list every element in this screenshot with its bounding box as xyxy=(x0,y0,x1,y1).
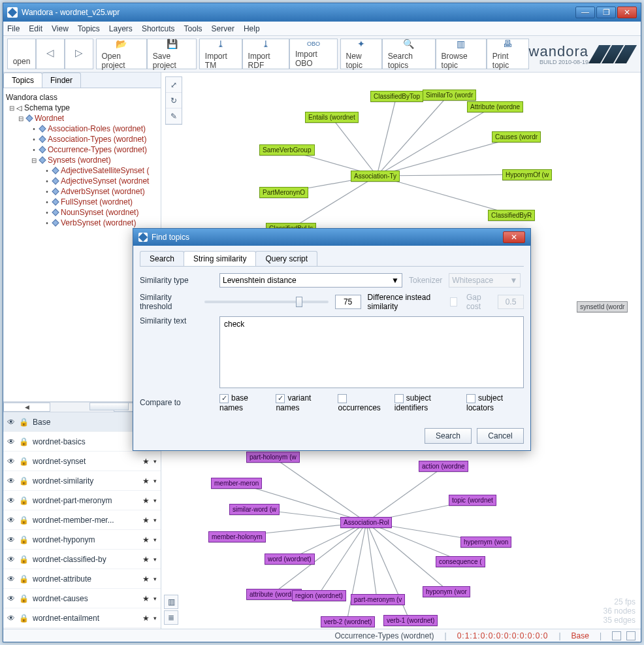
graph-node[interactable]: topic (wordnet xyxy=(449,495,496,506)
menu-server[interactable]: Server xyxy=(212,24,234,33)
tree-assoc-roles[interactable]: Association-Roles (wordnet) xyxy=(48,124,146,133)
compare-option[interactable]: occurrences xyxy=(338,393,385,412)
eye-icon[interactable]: 👁 xyxy=(7,476,15,486)
graph-node[interactable]: action (wordne xyxy=(419,461,468,472)
checkbox[interactable] xyxy=(338,394,347,403)
status-icon-1[interactable] xyxy=(612,631,621,640)
graph-node[interactable]: SameVerbGroup xyxy=(259,144,315,156)
layer-row[interactable]: 👁🔒wordnet-hyponym★▾ xyxy=(3,530,161,550)
tree-noun[interactable]: NounSynset (wordnet) xyxy=(61,208,138,217)
eye-icon[interactable]: 👁 xyxy=(7,418,15,427)
tb-back[interactable]: ◁ xyxy=(36,39,65,69)
menu-file[interactable]: File xyxy=(7,24,20,33)
graph-node[interactable]: verb-2 (wordnet) xyxy=(321,616,375,627)
layer-row[interactable]: 👁🔒wordnet-member-mer...★▾ xyxy=(3,510,161,530)
tree-full[interactable]: FullSynset (wordnet) xyxy=(61,197,133,207)
eye-icon[interactable]: 👁 xyxy=(7,535,15,544)
lock-icon[interactable]: 🔒 xyxy=(19,437,29,446)
lock-icon[interactable]: 🔒 xyxy=(19,516,29,525)
menu-view[interactable]: View xyxy=(52,24,69,33)
lock-icon[interactable]: 🔒 xyxy=(19,614,29,623)
layer-row[interactable]: 👁🔒wordnet-part-meronym★▾ xyxy=(3,491,161,510)
eye-icon[interactable]: 👁 xyxy=(7,437,15,446)
graph-node[interactable]: ClassifiedByTop xyxy=(370,91,423,102)
tree-schema[interactable]: Schema type xyxy=(24,103,70,112)
star-icon[interactable]: ★ xyxy=(142,476,150,486)
layer-menu-icon[interactable]: ▾ xyxy=(153,615,157,621)
menu-layers[interactable]: Layers xyxy=(109,24,133,33)
compare-option[interactable]: subject identifiers xyxy=(394,393,457,412)
lock-icon[interactable]: 🔒 xyxy=(19,594,29,603)
eye-icon[interactable]: 👁 xyxy=(7,574,15,584)
graph-node[interactable]: part-meronym (v xyxy=(351,594,405,605)
hscroll-left[interactable]: ◀ xyxy=(3,403,50,412)
graph-node[interactable]: hypernym (won xyxy=(460,537,511,548)
lock-icon[interactable]: 🔒 xyxy=(19,418,29,427)
graph-node[interactable]: HyponymOf (w xyxy=(502,169,552,180)
slider-threshold[interactable] xyxy=(204,295,329,309)
combo-similarity-type[interactable]: Levenshtein distance ▼ xyxy=(219,273,402,288)
layer-menu-icon[interactable]: ▾ xyxy=(153,497,157,504)
star-icon[interactable]: ★ xyxy=(142,535,150,544)
lock-icon[interactable]: 🔒 xyxy=(19,535,29,544)
graph-center-node[interactable]: Association-Rol xyxy=(340,517,392,528)
graph-node[interactable]: member-holonym xyxy=(208,531,266,542)
minimize-button[interactable]: — xyxy=(575,7,595,18)
lock-icon[interactable]: 🔒 xyxy=(19,476,29,486)
dlg-tab-search[interactable]: Search xyxy=(140,251,184,266)
star-icon[interactable]: ★ xyxy=(142,594,150,603)
dlg-tab-query-script[interactable]: Query script xyxy=(255,251,317,266)
checkbox[interactable] xyxy=(466,394,475,403)
lock-icon[interactable]: 🔒 xyxy=(19,574,29,584)
tb-browse-topic[interactable]: ▥Browse topic xyxy=(436,39,487,69)
dlg-tab-string-similarity[interactable]: String similarity xyxy=(184,251,256,266)
dlg-cancel-button[interactable]: Cancel xyxy=(477,428,524,444)
checkbox[interactable] xyxy=(219,394,229,403)
canvas-corner-btn-1[interactable]: ▥ xyxy=(164,595,178,609)
graph-node[interactable]: consequence ( xyxy=(436,556,485,567)
graph-node[interactable]: word (wordnet) xyxy=(265,554,315,565)
canvas-corner-btn-2[interactable]: ≣ xyxy=(164,610,178,625)
tb-save-project[interactable]: 💾Save project xyxy=(147,39,197,69)
graph-center-node[interactable]: Association-Ty xyxy=(351,171,400,182)
menu-tools[interactable]: Tools xyxy=(184,24,202,33)
layer-row[interactable]: 👁🔒wordnet-causes★▾ xyxy=(3,589,161,608)
status-icon-2[interactable] xyxy=(626,631,636,640)
graph-node[interactable]: synsetId (wordr xyxy=(577,301,628,312)
checkbox[interactable] xyxy=(276,394,285,403)
layer-menu-icon[interactable]: ▾ xyxy=(153,478,157,484)
tb-import-rdf[interactable]: ⤓Import RDF xyxy=(242,39,289,69)
eye-icon[interactable]: 👁 xyxy=(7,614,15,623)
dlg-search-button[interactable]: Search xyxy=(425,428,472,444)
star-icon[interactable]: ★ xyxy=(142,555,150,564)
graph-node[interactable]: hyponym (wor xyxy=(423,586,470,597)
tree-verb[interactable]: VerbSynset (wordnet) xyxy=(61,218,136,227)
graph-node[interactable]: ClassifiedByR xyxy=(488,210,535,221)
eye-icon[interactable]: 👁 xyxy=(7,457,15,466)
menu-shortcuts[interactable]: Shortcuts xyxy=(142,24,175,33)
tb-import-obo[interactable]: OBOImport OBO xyxy=(289,39,338,69)
lock-icon[interactable]: 🔒 xyxy=(19,496,29,505)
lock-icon[interactable]: 🔒 xyxy=(19,457,29,466)
star-icon[interactable]: ★ xyxy=(142,614,150,623)
tb-new-topic[interactable]: ✦New topic xyxy=(340,39,382,69)
threshold-value[interactable]: 75 xyxy=(335,295,361,309)
tree-root[interactable]: Wandora class xyxy=(6,93,57,102)
tree-occ-types[interactable]: Occurrence-Types (wordnet) xyxy=(48,145,147,154)
layer-row[interactable]: 👁🔒wordnet-classified-by★▾ xyxy=(3,550,161,569)
tb-open[interactable]: open xyxy=(7,39,36,69)
tree-wordnet[interactable]: Wordnet xyxy=(35,114,64,123)
graph-node[interactable]: verb-1 (wordnet) xyxy=(383,615,438,626)
menu-edit[interactable]: Edit xyxy=(29,24,42,33)
tab-topics[interactable]: Topics xyxy=(3,73,42,88)
layer-row[interactable]: 👁🔒wordnet-attribute★▾ xyxy=(3,569,161,589)
layer-menu-icon[interactable]: ▾ xyxy=(153,576,157,582)
graph-node[interactable]: Entails (wordnet xyxy=(305,112,359,123)
eye-icon[interactable]: 👁 xyxy=(7,555,15,564)
tb-search-topics[interactable]: 🔍Search topics xyxy=(382,39,436,69)
tb-print-topic[interactable]: 🖶Print topic xyxy=(487,39,529,69)
tree-assoc-types[interactable]: Association-Types (wordnet) xyxy=(48,135,146,144)
layer-menu-icon[interactable]: ▾ xyxy=(153,537,157,543)
lock-icon[interactable]: 🔒 xyxy=(19,555,29,564)
layer-row[interactable]: 👁🔒wordnet-similarity★▾ xyxy=(3,471,161,491)
